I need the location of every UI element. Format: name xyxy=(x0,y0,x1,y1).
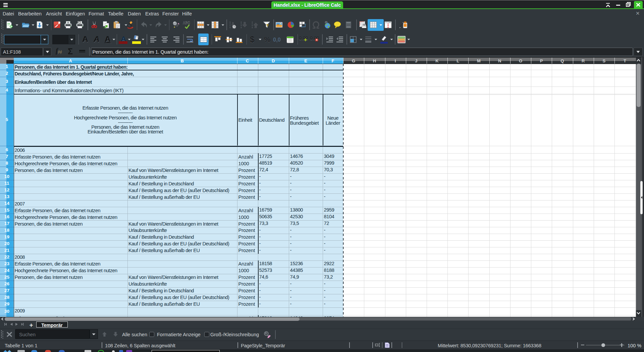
svg-text:ABC: ABC xyxy=(183,21,190,25)
